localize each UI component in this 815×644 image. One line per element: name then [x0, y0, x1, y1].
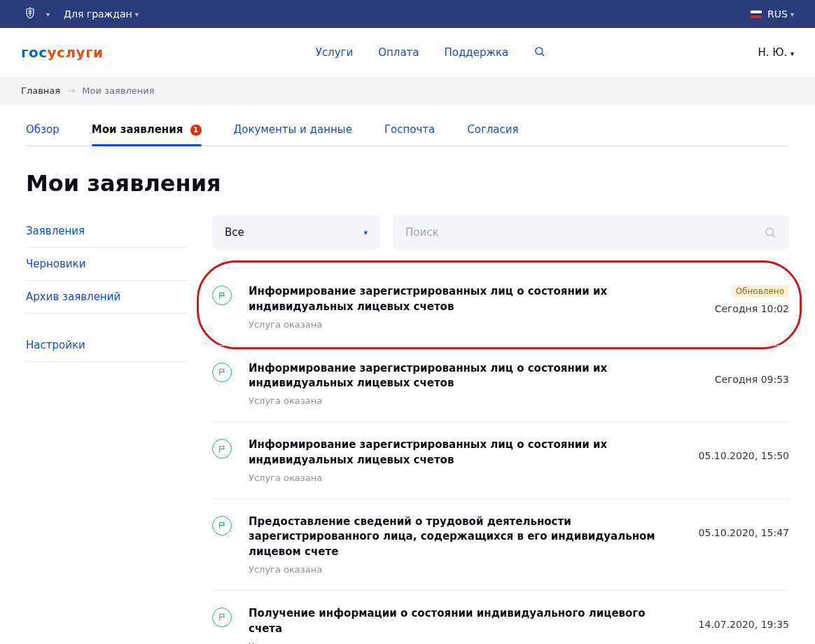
application-status: Услуга оказана [249, 564, 670, 575]
user-menu[interactable]: Н. Ю. ▾ [758, 46, 794, 59]
arrow-right-icon: → [67, 85, 75, 96]
chevron-down-icon[interactable]: ▾ [790, 10, 794, 18]
search-input[interactable]: Поиск [393, 215, 789, 250]
breadcrumb-root[interactable]: Главная [21, 85, 60, 96]
tabs: Обзор Мои заявления 1 Документы и данные… [26, 105, 789, 146]
application-time: Сегодня 10:02 [694, 303, 789, 314]
application-item[interactable]: Информирование зарегистрированных лиц о … [212, 345, 789, 422]
nav-support[interactable]: Поддержка [445, 46, 509, 59]
flag-icon [212, 439, 232, 458]
application-title: Предоставление сведений о трудовой деяте… [249, 514, 670, 560]
application-status: Услуга оказана [249, 640, 670, 644]
tab-documents[interactable]: Документы и данные [234, 123, 352, 146]
sidebar-applications[interactable]: Заявления [26, 215, 187, 248]
sidebar-settings[interactable]: Настройки [26, 329, 187, 362]
flag-icon [212, 286, 232, 305]
breadcrumb-current: Мои заявления [82, 85, 154, 96]
flag-icon [212, 363, 232, 382]
sidebar-archive[interactable]: Архив заявлений [26, 281, 187, 314]
application-status: Услуга оказана [249, 472, 670, 483]
caret-down-icon: ▾ [790, 50, 794, 57]
chevron-down-icon[interactable]: ▾ [135, 10, 139, 18]
nav-services[interactable]: Услуги [316, 46, 353, 59]
application-item[interactable]: Предоставление сведений о трудовой деяте… [212, 498, 789, 590]
tab-consents[interactable]: Согласия [467, 123, 518, 146]
application-status: Услуга оказана [249, 319, 670, 330]
flag-ru-icon [751, 10, 762, 18]
application-time: 05.10.2020, 15:50 [694, 450, 789, 461]
application-title: Информирование зарегистрированных лиц о … [249, 438, 670, 468]
main-nav: госуслуги Услуги Оплата Поддержка Н. Ю. … [0, 28, 815, 77]
emblem-icon [21, 5, 39, 23]
search-icon [764, 226, 776, 239]
search-icon[interactable] [534, 46, 545, 60]
application-status: Услуга оказана [249, 396, 670, 406]
tab-overview[interactable]: Обзор [26, 123, 60, 146]
application-title: Получение информации о состоянии индивид… [249, 606, 670, 637]
application-title: Информирование зарегистрированных лиц о … [249, 284, 670, 315]
application-item[interactable]: Информирование зарегистрированных лиц о … [212, 421, 789, 498]
chevron-down-icon[interactable]: ▾ [46, 10, 50, 18]
updated-badge: Обновлено [731, 285, 789, 298]
application-time: 05.10.2020, 15:47 [694, 527, 789, 538]
tab-my-applications[interactable]: Мои заявления 1 [92, 123, 202, 146]
application-item[interactable]: Получение информации о состоянии индивид… [212, 590, 789, 644]
main-content: Все ▾ Поиск Информирование зарегистриров… [212, 215, 789, 644]
sidebar-drafts[interactable]: Черновики [26, 248, 187, 281]
badge-count: 1 [190, 125, 202, 136]
filter-select[interactable]: Все ▾ [212, 215, 380, 250]
application-time: Сегодня 09:53 [694, 374, 789, 385]
application-title: Информирование зарегистрированных лиц о … [249, 361, 670, 392]
flag-icon [212, 608, 232, 627]
tab-gospochta[interactable]: Госпочта [384, 123, 435, 146]
breadcrumb: Главная → Мои заявления [0, 77, 815, 105]
svg-point-0 [536, 47, 543, 54]
sidebar: Заявления Черновики Архив заявлений Наст… [26, 215, 187, 362]
logo[interactable]: госуслуги [21, 44, 104, 61]
chevron-down-icon: ▾ [363, 228, 368, 237]
page-title: Мои заявления [26, 170, 789, 197]
nav-pay[interactable]: Оплата [378, 46, 419, 59]
government-bar: ▾ Для граждан ▾ RUS ▾ [0, 0, 815, 28]
flag-icon [212, 516, 232, 536]
svg-point-1 [766, 228, 774, 236]
application-time: 14.07.2020, 19:35 [694, 619, 789, 630]
audience-selector[interactable]: Для граждан [64, 8, 132, 20]
application-item[interactable]: Информирование зарегистрированных лиц о … [212, 268, 789, 345]
language-selector[interactable]: RUS [767, 8, 788, 20]
